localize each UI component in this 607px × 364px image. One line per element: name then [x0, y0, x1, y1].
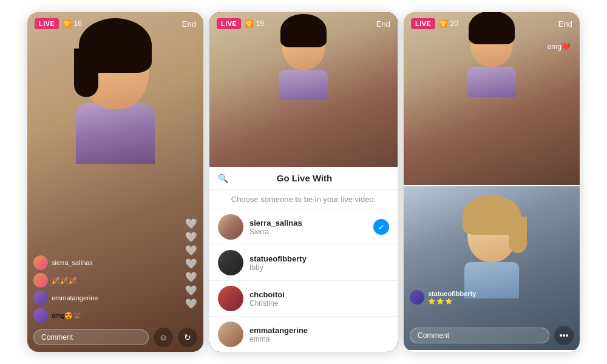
bottom-actions-1: Comment ☺ ↻ — [33, 328, 197, 347]
face-body-2 — [279, 70, 328, 100]
modal-search-bar: 🔍 Go Live With — [209, 167, 398, 190]
modal-subtitle: Choose someone to be in your live video. — [209, 190, 398, 209]
bottom-overlay-3: Comment ••• — [404, 321, 580, 350]
video-background-3-bottom: statueofibberty ⭐ ⭐ ⭐ Comment — [404, 186, 580, 350]
wifi-icon-1: 🛜 — [63, 19, 72, 28]
video-background-1: LIVE 🛜 16 End 🤍 🤍 🤍 🤍 🤍 🤍 🤍 — [27, 12, 203, 352]
bottom-user-tag: statueofibberty ⭐ ⭐ ⭐ — [410, 290, 476, 305]
screens-container: LIVE 🛜 16 End 🤍 🤍 🤍 🤍 🤍 🤍 🤍 — [0, 0, 607, 364]
user-avatar-3 — [218, 286, 243, 311]
heart-2: 🤍 — [185, 231, 197, 243]
live-badge-3: LIVE — [411, 18, 435, 29]
bottom-actions-3: Comment ••• — [410, 326, 574, 345]
comment-emoji-2: omg😍🐻 — [52, 312, 81, 320]
top-bar-2: LIVE 🛜 19 End — [209, 12, 398, 35]
user-name-4: emma — [249, 335, 389, 343]
star-1: ⭐ — [428, 298, 435, 305]
selected-check-1: ✓ — [373, 219, 389, 235]
search-icon: 🔍 — [218, 174, 228, 183]
comment-row-2: emmatangerine — [33, 291, 197, 305]
video-background-2: LIVE 🛜 19 End — [209, 12, 398, 185]
bottom-user-name: statueofibberty — [428, 290, 476, 297]
face-hair-bottom — [463, 195, 521, 235]
comment-avatar-2 — [33, 291, 48, 305]
comment-emoji-row — [33, 273, 48, 288]
phone-screen-1: LIVE 🛜 16 End 🤍 🤍 🤍 🤍 🤍 🤍 🤍 — [27, 12, 203, 352]
face-body-1 — [76, 103, 155, 164]
end-button-2[interactable]: End — [376, 19, 390, 29]
user-row-4[interactable]: emmatangerine emma — [209, 317, 398, 352]
comment-row-2b: omg😍🐻 — [33, 308, 197, 323]
omg-text: omg❤️ — [548, 42, 571, 51]
comment-row-1b: 🎉🎉🎉 — [33, 273, 197, 288]
modal-title: Go Live With — [233, 173, 376, 183]
wifi-icon-2: 🛜 — [245, 19, 254, 28]
go-live-with-modal: 🔍 Go Live With Choose someone to be in y… — [209, 167, 398, 352]
user-avatar-1 — [218, 214, 243, 240]
end-button-3[interactable]: End — [558, 19, 572, 29]
top-bar-1: LIVE 🛜 16 End — [27, 12, 203, 35]
user-handle-1: sierra_salinas — [249, 218, 367, 228]
face-head-bottom — [467, 204, 516, 262]
user-handle-2: statueofibberty — [249, 254, 389, 263]
comment-input-1[interactable]: Comment — [33, 329, 149, 345]
split-divider — [404, 185, 580, 186]
user-info-2: statueofibberty Ibby — [249, 254, 389, 272]
face-body-3 — [467, 67, 516, 97]
end-button-1[interactable]: End — [182, 19, 196, 29]
phone-screen-3: LIVE 🛜 20 End omg❤️ — [404, 12, 580, 352]
live-badge-2: LIVE — [217, 18, 241, 29]
face-head-1 — [82, 30, 149, 109]
user-name-3: Christine — [249, 299, 389, 308]
user-row-3[interactable]: chcboitoi Christine — [209, 281, 398, 317]
user-handle-3: chcboitoi — [249, 290, 389, 299]
wifi-icon-3: 🛜 — [439, 19, 448, 28]
comment-text-2: emmatangerine — [52, 294, 98, 302]
user-list: sierra_salinas Sierra ✓ statueofibberty … — [209, 209, 398, 352]
video-background-3-top: LIVE 🛜 20 End omg❤️ — [404, 12, 580, 185]
user-avatar-2 — [218, 250, 243, 275]
comment-input-3[interactable]: Comment — [410, 328, 549, 343]
heart-1: 🤍 — [185, 218, 197, 229]
user-avatar-4 — [218, 322, 243, 347]
star-row: ⭐ ⭐ ⭐ — [428, 298, 476, 305]
bottom-user-avatar — [410, 290, 424, 305]
viewer-count-1: 🛜 16 — [63, 19, 81, 28]
top-bar-3: LIVE 🛜 20 End — [404, 12, 580, 35]
viewer-count-2: 🛜 19 — [245, 19, 263, 28]
more-options-button-1[interactable]: ↻ — [178, 328, 197, 347]
viewer-count-3: 🛜 20 — [439, 19, 458, 28]
user-info-1: sierra_salinas Sierra — [249, 218, 367, 236]
phone-screen-2: LIVE 🛜 19 End 🔍 Go Live With — [209, 12, 398, 352]
comments-area-1: sierra_salinas 🎉🎉🎉 emmatangerine — [33, 255, 197, 323]
dots-button-3[interactable]: ••• — [554, 326, 574, 345]
comment-row-1: sierra_salinas — [33, 255, 197, 270]
star-2: ⭐ — [436, 298, 444, 305]
user-handle-4: emmatangerine — [249, 326, 389, 335]
comment-avatar-2b — [33, 308, 48, 323]
split-screen: LIVE 🛜 20 End omg❤️ — [404, 12, 580, 352]
comment-emoji-1: 🎉🎉🎉 — [52, 277, 77, 285]
emoji-button-1[interactable]: ☺ — [154, 328, 173, 347]
user-info-4: emmatangerine emma — [249, 326, 389, 343]
star-3: ⭐ — [445, 298, 452, 305]
user-row-1[interactable]: sierra_salinas Sierra ✓ — [209, 209, 398, 245]
user-name-2: Ibby — [249, 263, 389, 272]
bottom-user-info: statueofibberty ⭐ ⭐ ⭐ — [428, 290, 476, 305]
face-bottom-3 — [464, 204, 519, 298]
bottom-overlay-1: sierra_salinas 🎉🎉🎉 emmatangerine — [27, 251, 203, 352]
user-row-2[interactable]: statueofibberty Ibby — [209, 245, 398, 281]
comment-text-1: sierra_salinas — [52, 259, 93, 266]
comment-avatar-1 — [33, 255, 48, 270]
user-info-3: chcboitoi Christine — [249, 290, 389, 308]
user-name-1: Sierra — [249, 228, 367, 236]
live-badge-1: LIVE — [35, 18, 59, 29]
